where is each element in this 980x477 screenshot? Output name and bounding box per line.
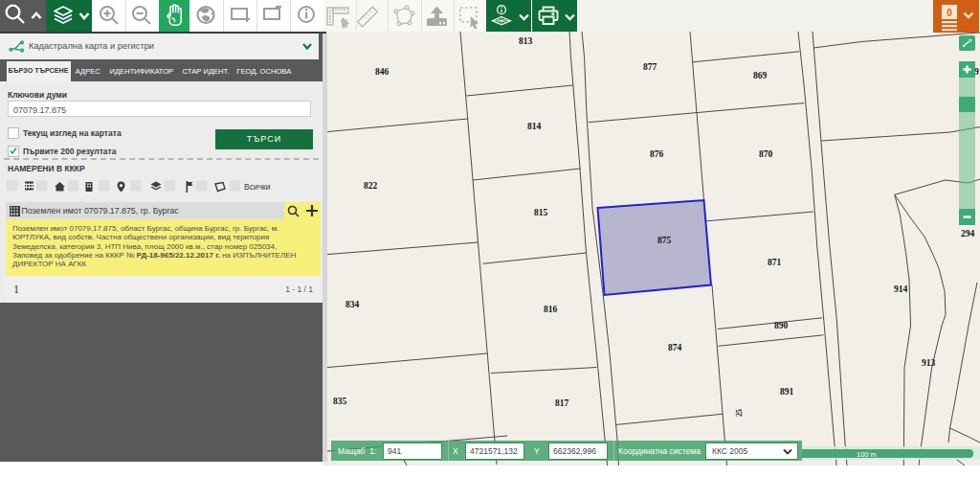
svg-text:891: 891 (780, 387, 794, 397)
svg-text:869: 869 (753, 71, 768, 80)
svg-text:913: 913 (922, 358, 936, 368)
svg-text:813: 813 (519, 36, 533, 46)
svg-text:875: 875 (657, 236, 672, 245)
svg-text:835: 835 (333, 397, 347, 406)
svg-text:870: 870 (759, 149, 773, 159)
svg-text:822: 822 (364, 181, 378, 191)
svg-text:871: 871 (768, 258, 782, 267)
svg-text:874: 874 (668, 343, 682, 352)
svg-text:294: 294 (961, 229, 975, 238)
svg-text:846: 846 (375, 67, 390, 77)
svg-text:Всички: Всички (244, 182, 271, 192)
svg-text:816: 816 (544, 305, 558, 314)
svg-text:914: 914 (894, 284, 908, 294)
svg-text:815: 815 (534, 208, 548, 217)
svg-text:814: 814 (527, 122, 542, 131)
svg-text:25: 25 (735, 409, 744, 417)
svg-text:876: 876 (650, 149, 664, 159)
svg-text:834: 834 (345, 300, 360, 309)
svg-text:877: 877 (643, 62, 657, 72)
svg-text:890: 890 (774, 321, 789, 330)
svg-text:0: 0 (947, 8, 952, 18)
svg-text:817: 817 (555, 398, 569, 408)
